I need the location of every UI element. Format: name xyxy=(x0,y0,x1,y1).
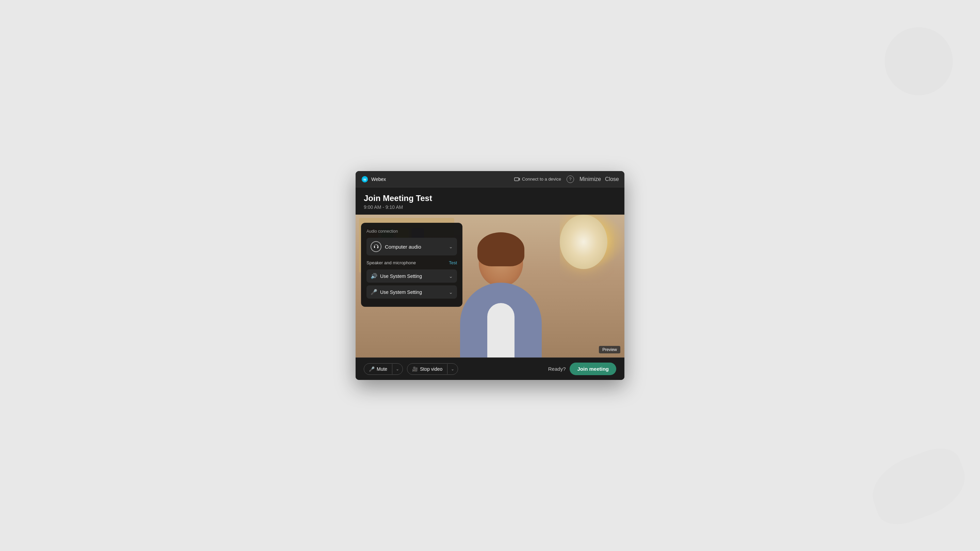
connect-device-label: Connect to a device xyxy=(522,176,561,182)
join-meeting-button[interactable]: Join meeting xyxy=(570,362,616,375)
mic-device-left: 🎤 Use System Setting xyxy=(371,289,422,295)
computer-audio-dropdown[interactable]: Computer audio ⌄ xyxy=(366,238,457,256)
person-hair xyxy=(477,232,524,266)
speaker-mic-row: Speaker and microphone Test xyxy=(366,260,457,265)
computer-audio-left: Computer audio xyxy=(371,241,421,252)
window-controls: Minimize Close xyxy=(579,176,619,182)
speaker-device-dropdown[interactable]: 🔊 Use System Setting ⌄ xyxy=(366,269,457,283)
speaker-icon: 🔊 xyxy=(371,273,377,279)
svg-rect-2 xyxy=(514,178,519,181)
video-camera-icon: 🎥 xyxy=(412,366,418,372)
mic-device-dropdown[interactable]: 🎤 Use System Setting ⌄ xyxy=(366,285,457,299)
meeting-header: Join Meeting Test 9:00 AM - 9:10 AM xyxy=(356,187,624,214)
audio-connection-label: Audio connection xyxy=(366,229,457,233)
speaker-device-left: 🔊 Use System Setting xyxy=(371,273,422,279)
mute-main: 🎤 Mute xyxy=(364,364,392,375)
help-button[interactable]: ? xyxy=(566,176,574,183)
titlebar-right: Connect to a device ? Minimize Close xyxy=(514,176,619,183)
meeting-title: Join Meeting Test xyxy=(364,194,616,203)
meeting-time: 9:00 AM - 9:10 AM xyxy=(364,205,616,210)
close-button[interactable]: Close xyxy=(605,176,619,182)
bottom-bar: 🎤 Mute ⌄ 🎥 Stop video ⌄ Ready? Join meet… xyxy=(356,357,624,380)
preview-badge: Preview xyxy=(599,346,620,353)
connect-device-button[interactable]: Connect to a device xyxy=(514,176,561,182)
person-undershirt xyxy=(487,303,514,357)
app-window: W Webex Connect to a device ? Minimize C… xyxy=(356,171,624,380)
stop-video-button[interactable]: 🎥 Stop video ⌄ xyxy=(407,363,458,375)
video-main: 🎥 Stop video xyxy=(407,364,447,375)
speaker-chevron-icon: ⌄ xyxy=(449,273,453,279)
video-preview-area: Audio connection Computer audio ⌄ xyxy=(356,214,624,357)
minimize-button[interactable]: Minimize xyxy=(579,176,601,182)
titlebar-left: W Webex xyxy=(361,176,386,183)
titlebar: W Webex Connect to a device ? Minimize C… xyxy=(356,171,624,187)
person-body xyxy=(460,283,542,357)
lamp-decoration xyxy=(560,214,614,283)
computer-audio-label: Computer audio xyxy=(385,244,421,250)
microphone-icon: 🎤 xyxy=(371,289,377,295)
mute-label: Mute xyxy=(377,366,387,372)
lamp-shade xyxy=(560,214,608,269)
microphone-mute-icon: 🎤 xyxy=(369,366,375,372)
mic-device-label: Use System Setting xyxy=(380,289,422,295)
app-title: Webex xyxy=(371,176,386,182)
computer-audio-chevron-icon: ⌄ xyxy=(449,244,453,249)
mute-button[interactable]: 🎤 Mute ⌄ xyxy=(364,363,403,375)
mic-chevron-icon: ⌄ xyxy=(449,289,453,295)
ready-label: Ready? xyxy=(548,366,566,372)
audio-panel: Audio connection Computer audio ⌄ xyxy=(361,223,463,307)
computer-audio-icon xyxy=(371,241,382,252)
person-video xyxy=(447,228,555,357)
stop-video-label: Stop video xyxy=(420,366,442,372)
speaker-device-label: Use System Setting xyxy=(380,273,422,279)
svg-text:W: W xyxy=(363,178,366,181)
test-link[interactable]: Test xyxy=(449,260,457,265)
mute-chevron-icon[interactable]: ⌄ xyxy=(392,364,402,374)
video-chevron-icon[interactable]: ⌄ xyxy=(447,364,458,374)
speaker-mic-label: Speaker and microphone xyxy=(366,260,416,265)
webex-logo-icon: W xyxy=(361,176,369,183)
connect-device-icon xyxy=(514,176,520,182)
